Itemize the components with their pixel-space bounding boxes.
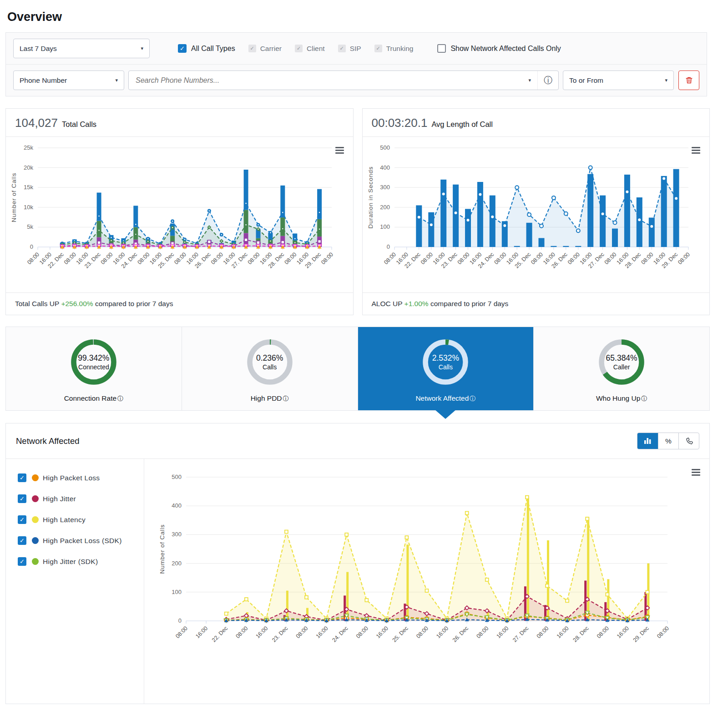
legend-label: High Packet Loss (SDK): [43, 537, 122, 545]
checkbox-checked-icon: ✓: [18, 494, 26, 503]
series-color-dot: [32, 516, 39, 523]
svg-text:20k: 20k: [24, 164, 33, 171]
footer-delta: +256.00%: [61, 300, 93, 307]
svg-text:100: 100: [380, 223, 390, 230]
info-icon[interactable]: ⓘ: [537, 71, 558, 90]
svg-text:0: 0: [386, 243, 389, 250]
svg-text:400: 400: [172, 502, 182, 509]
chevron-down-icon[interactable]: ▾: [522, 77, 537, 83]
chart-menu-icon[interactable]: [692, 469, 700, 477]
search-type-select[interactable]: Phone Number ▾: [13, 70, 124, 90]
date-range-select[interactable]: Last 7 Days ▾: [13, 39, 150, 58]
svg-text:200: 200: [380, 204, 390, 211]
footer-delta: +1.00%: [404, 300, 429, 307]
legend-high-packet-loss-sdk[interactable]: ✓ High Packet Loss (SDK): [18, 536, 144, 545]
show-network-affected-label: Show Network Affected Calls Only: [450, 45, 561, 53]
legend-high-jitter-sdk[interactable]: ✓ High Jitter (SDK): [18, 557, 144, 566]
page-title: Overview: [0, 0, 728, 31]
network-affected-panel: Network Affected % ✓: [5, 423, 710, 704]
high-pdd-donut: 0.236% Calls: [245, 337, 295, 387]
kpi-label: Connection Rateⓘ: [64, 394, 123, 403]
legend-high-latency[interactable]: ✓ High Latency: [18, 515, 144, 524]
svg-text:08:00: 08:00: [63, 251, 77, 266]
direction-select[interactable]: To or From ▾: [563, 70, 674, 90]
date-range-value: Last 7 Days: [20, 45, 57, 53]
svg-text:24. Dec: 24. Dec: [331, 625, 349, 643]
svg-text:5k: 5k: [27, 223, 33, 230]
kpi-high-pdd[interactable]: 0.236% Calls High PDDⓘ: [182, 327, 358, 410]
chart-menu-icon[interactable]: [692, 147, 700, 155]
svg-text:16:00: 16:00: [315, 625, 329, 639]
donut-sub: Calls: [439, 363, 453, 371]
chart-menu-icon[interactable]: [335, 147, 344, 155]
carrier-checkbox[interactable]: ✓ Carrier: [248, 45, 282, 53]
network-affected-chart: 010020030040050008:0016:0022. Dec08:0016…: [147, 466, 688, 675]
sip-checkbox[interactable]: ✓ SIP: [338, 45, 361, 53]
svg-text:Duration in Seconds: Duration in Seconds: [367, 166, 374, 229]
all-call-types-checkbox[interactable]: ✓ All Call Types: [178, 44, 235, 53]
who-hung-up-donut: 65.384% Caller: [597, 337, 647, 387]
svg-text:25k: 25k: [24, 144, 33, 151]
network-affected-panel-body: ✓ High Packet Loss ✓ High Jitter ✓ High …: [6, 459, 709, 704]
checkbox-checked-icon: ✓: [18, 515, 26, 524]
info-icon[interactable]: ⓘ: [470, 395, 475, 402]
chevron-down-icon: ▾: [141, 45, 143, 51]
info-icon[interactable]: ⓘ: [641, 395, 647, 402]
trunking-checkbox[interactable]: ✓ Trunking: [374, 45, 414, 53]
search-type-value: Phone Number: [20, 76, 67, 85]
total-calls-card: 104,027 Total Calls 05k10k15k20k25k08:00…: [5, 108, 354, 315]
carrier-label: Carrier: [260, 45, 282, 53]
chart-cards-row: 104,027 Total Calls 05k10k15k20k25k08:00…: [5, 108, 710, 315]
svg-text:08:00: 08:00: [536, 625, 550, 639]
client-checkbox[interactable]: ✓ Client: [295, 45, 325, 53]
svg-text:Number of Calls: Number of Calls: [159, 524, 166, 574]
svg-text:0: 0: [30, 243, 33, 250]
kpi-network-affected[interactable]: 2.532% Calls Network Affectedⓘ: [358, 327, 534, 410]
donut-sub: Calls: [263, 363, 277, 371]
total-calls-label: Total Calls: [62, 120, 96, 129]
phone-search-input[interactable]: [129, 76, 522, 85]
kpi-label: High PDDⓘ: [251, 394, 289, 403]
info-icon[interactable]: ⓘ: [283, 395, 289, 402]
svg-text:08:00: 08:00: [234, 625, 249, 639]
network-affected-chart-area: 010020030040050008:0016:0022. Dec08:0016…: [144, 459, 709, 704]
svg-text:08:00: 08:00: [174, 625, 189, 639]
direction-value: To or From: [569, 76, 603, 85]
toggle-percent-button[interactable]: %: [658, 433, 678, 449]
toggle-phone-button[interactable]: [678, 433, 699, 449]
network-affected-donut: 2.532% Calls: [420, 337, 470, 387]
toggle-bar-chart-button[interactable]: [637, 433, 658, 449]
legend-label: High Packet Loss: [43, 474, 100, 482]
svg-text:25. Dec: 25. Dec: [391, 625, 410, 643]
kpi-label: Who Hung Upⓘ: [596, 394, 647, 403]
info-icon[interactable]: ⓘ: [117, 395, 123, 402]
bar-chart-icon: [644, 438, 652, 444]
footer-text: ALOC UP: [372, 300, 403, 307]
panel-title: Network Affected: [16, 436, 80, 446]
total-calls-chart: 05k10k15k20k25k08:0016:0022. Dec08:0016:…: [9, 141, 339, 292]
svg-text:16:00: 16:00: [435, 625, 450, 639]
legend-high-jitter[interactable]: ✓ High Jitter: [18, 494, 144, 503]
kpi-connection-rate[interactable]: 99.342% Connected Connection Rateⓘ: [6, 327, 182, 410]
legend-label: High Jitter (SDK): [43, 558, 98, 566]
svg-text:08:00: 08:00: [383, 251, 397, 266]
trash-icon: [685, 76, 693, 84]
svg-text:08:00: 08:00: [656, 625, 670, 639]
show-network-affected-checkbox[interactable]: Show Network Affected Calls Only: [437, 44, 561, 53]
footer-text: compared to prior 7 days: [430, 300, 508, 307]
legend-high-packet-loss[interactable]: ✓ High Packet Loss: [18, 473, 144, 482]
kpi-who-hung-up[interactable]: 65.384% Caller Who Hung Upⓘ: [533, 327, 709, 410]
chart-mode-toggle: %: [637, 433, 699, 449]
donut-value: 65.384%: [606, 353, 637, 363]
svg-text:08:00: 08:00: [295, 625, 309, 639]
svg-text:08:00: 08:00: [493, 251, 507, 266]
footer-text: Total Calls UP: [15, 300, 59, 307]
checkbox-checked-icon: ✓: [18, 473, 26, 482]
svg-text:16:00: 16:00: [556, 625, 570, 639]
aloc-chart: 010020030040050008:0016:0022. Dec08:0016…: [365, 141, 696, 292]
clear-filters-button[interactable]: [678, 70, 699, 90]
svg-text:0: 0: [178, 617, 182, 624]
svg-text:10k: 10k: [24, 204, 33, 211]
series-color-dot: [32, 537, 39, 544]
network-affected-panel-header: Network Affected %: [6, 423, 709, 459]
